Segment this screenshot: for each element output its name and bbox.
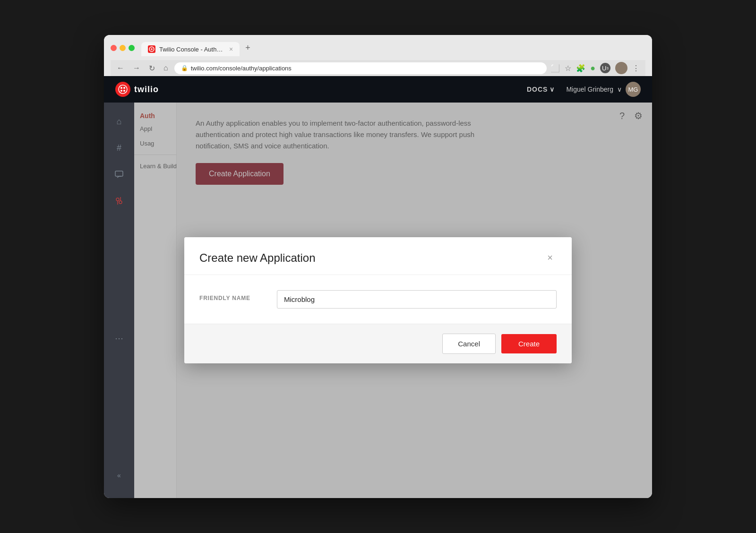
user-menu[interactable]: Miguel Grinberg ∨ MG xyxy=(566,82,641,97)
twilio-logo-text: twilio xyxy=(134,85,159,95)
traffic-lights xyxy=(111,45,135,51)
back-button[interactable]: ← xyxy=(114,63,127,73)
menu-icon[interactable]: ⋮ xyxy=(632,64,640,73)
reload-button[interactable]: ↻ xyxy=(146,63,157,74)
lock-icon: 🔒 xyxy=(181,65,188,71)
svg-point-5 xyxy=(123,87,125,89)
dialog-overlay: Create new Application × FRIENDLY NAME C… xyxy=(104,103,652,498)
user-photo-icon[interactable] xyxy=(615,62,627,74)
tab-title: Twilio Console - Authy Dashbo xyxy=(159,46,225,53)
profile-icon[interactable]: ● xyxy=(590,63,595,73)
app-area: twilio DOCS ∨ Miguel Grinberg ∨ MG ⌂ # xyxy=(104,76,652,498)
url-path: /console/authy/applications xyxy=(218,65,292,72)
address-field[interactable]: 🔒 twilio.com/console/authy/applications xyxy=(174,62,547,74)
browser-tabs: Twilio Console - Authy Dashbo × + xyxy=(141,40,645,56)
home-button[interactable]: ⌂ xyxy=(161,63,171,73)
user-badge-icon[interactable]: U3 xyxy=(600,63,610,73)
docs-menu[interactable]: DOCS ∨ xyxy=(527,86,555,93)
cancel-button[interactable]: Cancel xyxy=(442,334,496,354)
dialog-close-button[interactable]: × xyxy=(543,250,557,265)
bookmark-icon[interactable]: ☆ xyxy=(565,64,571,73)
twilio-logo: twilio xyxy=(115,82,159,97)
friendly-name-label: FRIENDLY NAME xyxy=(199,290,266,301)
address-bar: ← → ↻ ⌂ 🔒 twilio.com/console/authy/appli… xyxy=(111,60,645,76)
url-prefix: twilio.com xyxy=(191,65,218,72)
tab-favicon xyxy=(148,45,155,53)
active-tab[interactable]: Twilio Console - Authy Dashbo × xyxy=(141,42,240,56)
svg-point-7 xyxy=(123,90,125,92)
dialog-body: FRIENDLY NAME xyxy=(184,275,572,324)
dialog-header: Create new Application × xyxy=(184,237,572,275)
user-name: Miguel Grinberg xyxy=(566,86,613,93)
forward-button[interactable]: → xyxy=(130,63,143,73)
twilio-header-right: DOCS ∨ Miguel Grinberg ∨ MG xyxy=(527,82,641,97)
close-traffic-light[interactable] xyxy=(111,45,117,51)
svg-point-4 xyxy=(120,87,122,89)
create-application-dialog: Create new Application × FRIENDLY NAME C… xyxy=(184,237,572,363)
dialog-title: Create new Application xyxy=(199,251,315,265)
twilio-logo-icon xyxy=(115,82,130,97)
user-chevron: ∨ xyxy=(617,86,622,93)
main-content: ⌂ # ⋯ « xyxy=(104,103,652,498)
docs-label: DOCS xyxy=(527,86,548,93)
browser-title-bar: Twilio Console - Authy Dashbo × + xyxy=(111,40,645,56)
user-avatar: MG xyxy=(626,82,641,97)
dialog-footer: Cancel Create xyxy=(184,324,572,363)
docs-chevron: ∨ xyxy=(550,86,555,93)
extensions-icon[interactable]: 🧩 xyxy=(576,64,585,73)
maximize-traffic-light[interactable] xyxy=(129,45,135,51)
tab-close-icon[interactable]: × xyxy=(229,45,233,53)
browser-chrome: Twilio Console - Authy Dashbo × + ← → ↻ … xyxy=(104,35,652,76)
browser-actions: ⬜ ☆ 🧩 ● U3 ⋮ xyxy=(550,62,642,74)
new-tab-button[interactable]: + xyxy=(241,40,255,56)
twilio-header: twilio DOCS ∨ Miguel Grinberg ∨ MG xyxy=(104,76,652,103)
minimize-traffic-light[interactable] xyxy=(120,45,126,51)
create-button[interactable]: Create xyxy=(501,334,557,353)
svg-point-3 xyxy=(119,85,127,94)
cast-icon[interactable]: ⬜ xyxy=(550,64,560,73)
friendly-name-input[interactable] xyxy=(277,290,557,309)
address-url: twilio.com/console/authy/applications xyxy=(191,65,292,72)
svg-point-6 xyxy=(120,90,122,92)
browser-window: Twilio Console - Authy Dashbo × + ← → ↻ … xyxy=(104,35,652,498)
form-row: FRIENDLY NAME xyxy=(199,290,557,309)
